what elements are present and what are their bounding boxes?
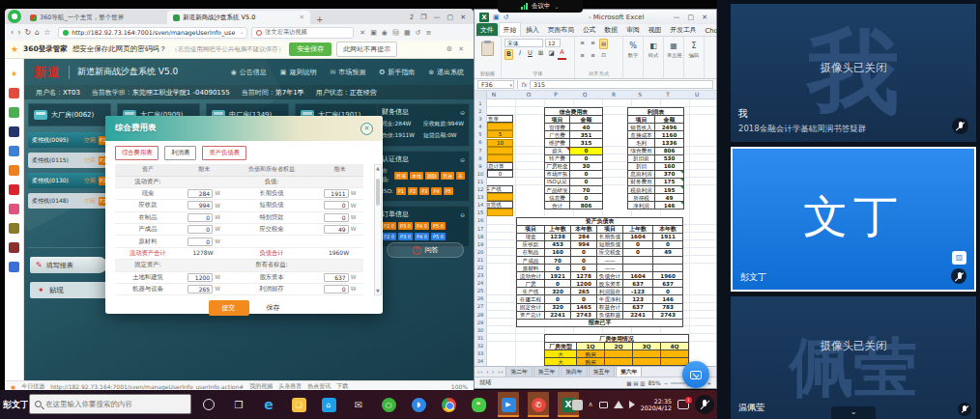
bookmark-icon-3[interactable] (9, 126, 19, 137)
cell-label[interactable]: 直接成本 (628, 131, 655, 139)
modal-tab-button[interactable]: 利润表 (164, 146, 196, 160)
notification-icon[interactable]: 1 (677, 400, 689, 409)
cell-label[interactable]: 权益合计 (597, 303, 623, 311)
webapp-nav-item[interactable]: ✪ 新手指南 (379, 68, 415, 77)
notice-close-icon[interactable]: ✕ (458, 45, 464, 53)
row-header[interactable]: 26 (475, 294, 486, 302)
taskbar-search-input[interactable] (45, 400, 181, 408)
column-header[interactable]: T (660, 91, 676, 99)
clock[interactable]: 22:35 2020/4/12 (641, 398, 672, 412)
extension-icon[interactable]: Ⓜ (392, 28, 399, 38)
ribbon-tab[interactable]: 页面布局 (544, 23, 578, 36)
row-header[interactable]: 9 (475, 162, 486, 170)
cell-value[interactable]: 0 (623, 248, 653, 256)
cell-label[interactable]: 所得税 (628, 194, 655, 202)
scroll-up-icon[interactable]: ▲ (375, 165, 381, 172)
column-header[interactable]: O (521, 91, 536, 99)
cell-value[interactable]: 1160 (655, 131, 684, 139)
cell-label[interactable]: 生产线 (517, 288, 545, 295)
row-header[interactable]: 29 (475, 319, 486, 326)
value-input[interactable]: 0 (324, 213, 349, 222)
cell-label[interactable]: 折旧前 (628, 154, 655, 162)
cell-label[interactable]: 在制品 (517, 248, 545, 256)
video-tile-self[interactable]: 我 摄像头已关闭 我 2018金融会计学基础周润书答疑群 (731, 4, 976, 142)
save-password-button[interactable]: 安全保存 (289, 42, 331, 56)
cell-value[interactable]: 0 (545, 265, 571, 272)
row-header[interactable]: 32 (475, 342, 486, 349)
extension-icon[interactable]: ↺ (416, 29, 421, 37)
production-line-item[interactable]: 柔性线(0095) 空闲 P2 (28, 132, 111, 148)
tab-close-icon[interactable]: ✕ (300, 14, 304, 21)
cell-calc-label[interactable]: 利息计算 (487, 162, 513, 170)
row-header[interactable]: 20 (475, 248, 486, 256)
row-header[interactable]: 34 (475, 357, 486, 365)
window-control-icon[interactable]: — (434, 14, 441, 21)
cell-value[interactable]: 265 (571, 288, 597, 295)
cell-bid-header[interactable]: 竞单 (487, 115, 513, 123)
cell-label[interactable]: 原材料 (517, 265, 545, 272)
value-input[interactable]: 1911 (324, 189, 349, 198)
display-icon[interactable] (599, 402, 608, 408)
row-header[interactable]: 4 (475, 123, 486, 130)
search-box[interactable]: 张文宏采访视频 (251, 27, 354, 39)
cell-value[interactable]: 0 (545, 280, 571, 288)
cell-value[interactable]: 320 (545, 288, 571, 295)
cell-calc-value[interactable]: 0 (487, 170, 513, 178)
collapse-icon[interactable]: ⊖ (460, 211, 465, 218)
cell-value[interactable] (661, 358, 689, 366)
underline-button[interactable]: U (526, 49, 534, 60)
cell-value[interactable]: 994 (571, 240, 597, 248)
row-header[interactable]: 1 (475, 99, 486, 107)
row-header[interactable]: 2 (475, 107, 486, 115)
extension-icon[interactable]: ▦ (404, 29, 411, 37)
row-header[interactable]: 14 (475, 201, 486, 209)
cell-value[interactable]: 530 (655, 154, 684, 162)
save-button[interactable]: 保存 (267, 303, 280, 313)
cell-label[interactable]: 净利润 (628, 202, 655, 210)
address-bar[interactable]: http://182.92.73.164:7001/sven/manageUse… (58, 27, 247, 39)
cell-label[interactable]: 维护费 (545, 139, 570, 147)
row-header[interactable]: 30 (475, 326, 486, 334)
cell-value[interactable]: 315 (570, 139, 603, 147)
cell-yellow[interactable] (487, 147, 513, 154)
zoom-out-icon[interactable]: − (664, 380, 669, 386)
cell-value[interactable]: 370 (655, 170, 684, 178)
meeting-float-button[interactable] (682, 361, 709, 388)
spreadsheet-grid[interactable]: 竞单 5 10 利息计算 0 生产线 租赁线 综合费用表 项目金额 管理费40广… (487, 99, 716, 366)
cell-value[interactable]: 1200 (571, 280, 597, 288)
window-control-icon[interactable]: 2 (410, 14, 414, 21)
cell-value[interactable]: 351 (570, 131, 603, 139)
bookmark-icon-1[interactable] (9, 88, 19, 98)
ribbon-tab[interactable]: 文件 (476, 23, 498, 36)
cell-value[interactable]: 1960 (653, 272, 683, 280)
browser-tab-sandbox[interactable]: 新道新商战沙盘系统 V5.0 ✕ (167, 11, 310, 24)
merge-center-button[interactable]: ▤ (599, 39, 608, 49)
italic-button[interactable]: I (515, 49, 524, 60)
browser-360-logo-icon[interactable] (8, 10, 21, 23)
discount-button[interactable]: ✦ 贴现 (30, 282, 107, 298)
row-header[interactable]: 27 (475, 302, 486, 310)
star-icon[interactable]: ★ (11, 44, 18, 54)
column-header[interactable]: S (632, 91, 648, 99)
bookmark-icon-4[interactable] (9, 146, 19, 156)
taskbar-search[interactable] (29, 394, 191, 414)
qa-button[interactable]: ? 问答 (387, 242, 464, 258)
window-control-icon[interactable]: ✕ (460, 14, 466, 21)
cell-label[interactable]: 短期负债 (597, 240, 623, 248)
cell-value[interactable]: 320 (545, 303, 571, 311)
wrap-text-icon[interactable]: ⊡ (599, 51, 608, 60)
extension-icon[interactable]: ✕ (360, 29, 365, 37)
explorer-icon[interactable]: ❏ (292, 398, 306, 412)
value-input[interactable]: 0 (324, 285, 349, 293)
cell-value[interactable]: 0 (653, 240, 683, 248)
cell-value[interactable]: 0 (570, 147, 603, 154)
cell-value[interactable] (661, 350, 689, 358)
browser-nav-icon[interactable]: › (17, 28, 20, 37)
taskbar-app-slot[interactable]: ⌂ (318, 392, 339, 417)
modal-tab-button[interactable]: 综合费用表 (115, 146, 159, 160)
cell-value[interactable]: 637 (623, 280, 653, 288)
row-header[interactable]: 17 (475, 225, 486, 233)
cell-value[interactable]: 123 (623, 295, 653, 303)
paste-icon[interactable] (481, 42, 494, 56)
row-header[interactable]: 23 (475, 271, 486, 279)
